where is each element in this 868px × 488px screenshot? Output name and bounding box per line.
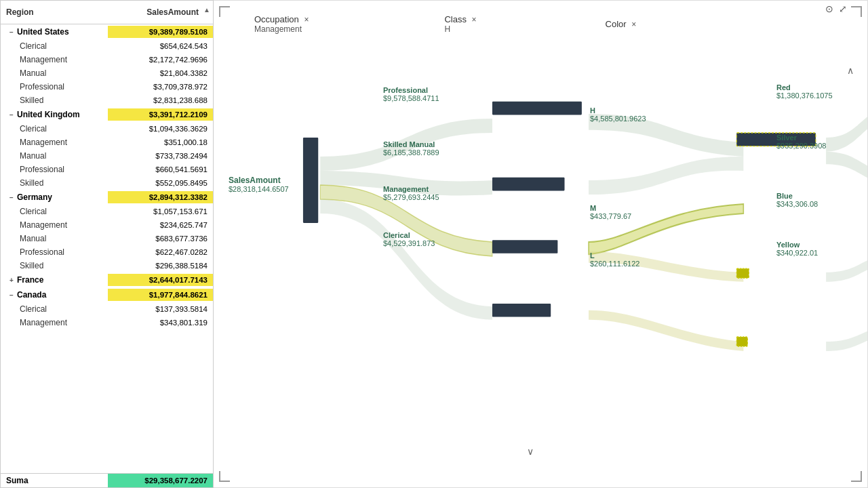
country-sales: $2,894,312.3382 [108, 191, 213, 203]
col-header-region: Region [1, 5, 106, 20]
svg-rect-0 [303, 138, 318, 223]
node-management: Management $5,279,693.2445 [383, 185, 439, 201]
sub-sales: $351,000.18 [108, 136, 213, 148]
sub-name: Manual [20, 68, 46, 78]
svg-rect-3 [492, 240, 557, 253]
filter-occupation-value: Management [254, 24, 309, 34]
sub-name: Clerical [20, 207, 47, 216]
node-silver: Silver $935,290.3908 [776, 134, 826, 150]
sub-sales: $296,388.5184 [108, 260, 213, 272]
sub-row: Skilled $552,095.8495 [1, 176, 213, 190]
sub-name: Professional [20, 82, 64, 92]
expand-collapse-icon[interactable]: + [6, 274, 17, 285]
country-row[interactable]: − Canada $1,977,844.8621 [1, 287, 213, 302]
sub-row: Clerical $137,393.5814 [1, 302, 213, 316]
sub-name: Skilled [20, 96, 43, 105]
source-node-label: SalesAmount $28,318,144.6507 [229, 176, 289, 193]
country-sales: $2,644,017.7143 [108, 274, 213, 286]
filter-class-close[interactable]: × [472, 15, 477, 24]
table-panel: Region SalesAmount ▲ − United States $9,… [0, 0, 214, 488]
sub-row: Clerical $654,624.543 [1, 39, 213, 53]
filter-color-close[interactable]: × [631, 20, 636, 29]
sub-sales: $21,804.3382 [108, 67, 213, 79]
filter-class-value: H [444, 24, 476, 34]
sankey-svg [214, 62, 867, 460]
sub-sales: $660,541.5691 [108, 163, 213, 176]
country-row[interactable]: − United Kingdom $3,391,712.2109 [1, 107, 213, 122]
node-l: L $260,111.6122 [590, 251, 639, 268]
sub-row: Management $2,172,742.9696 [1, 53, 213, 66]
sub-row: Management $351,000.18 [1, 136, 213, 149]
scroll-down-button[interactable]: ∨ [527, 446, 534, 457]
country-row[interactable]: − United States $9,389,789.5108 [1, 24, 213, 39]
expand-icon[interactable]: ⤢ [839, 3, 847, 14]
country-name: United Kingdom [17, 110, 80, 119]
sub-name: Clerical [20, 124, 47, 134]
filter-row: Occupation × Management Class × H Color … [254, 14, 636, 34]
country-row[interactable]: + France $2,644,017.7143 [1, 272, 213, 287]
sub-row: Management $234,625.747 [1, 218, 213, 232]
sankey-panel: ⊙ ⤢ Occupation × Management Class × H [214, 0, 868, 488]
suma-value: $29,358,677.2207 [144, 476, 208, 485]
sub-sales: $683,677.3736 [108, 232, 213, 245]
sub-sales: $343,801.319 [108, 317, 213, 329]
filter-class-label: Class [444, 14, 467, 24]
expand-collapse-icon[interactable]: − [6, 109, 17, 120]
col-header-sales: SalesAmount [106, 5, 204, 20]
node-m: M $433,779.67 [590, 204, 631, 220]
sub-name: Professional [20, 247, 64, 257]
filter-color: Color × [606, 14, 637, 34]
expand-collapse-icon[interactable]: − [6, 289, 17, 300]
sub-name: Skilled [20, 261, 43, 270]
svg-rect-1 [492, 102, 582, 115]
sub-sales: $654,624.543 [108, 40, 213, 52]
svg-rect-9 [736, 337, 747, 346]
sub-sales: $3,709,378.972 [108, 81, 213, 93]
node-skilled-manual: Skilled Manual $6,185,388.7889 [383, 140, 439, 157]
sub-sales: $2,831,238.688 [108, 94, 213, 106]
expand-collapse-icon[interactable]: − [6, 192, 17, 203]
toolbar: ⊙ ⤢ [825, 3, 847, 14]
node-red: Red $1,380,376.1075 [776, 83, 833, 100]
sub-row: Clerical $1,094,336.3629 [1, 122, 213, 136]
sub-row: Professional $660,541.5691 [1, 163, 213, 176]
sub-sales: $137,393.5814 [108, 303, 213, 315]
node-h: H $4,585,801.9623 [590, 106, 646, 123]
sub-row: Manual $21,804.3382 [1, 66, 213, 80]
sub-row: Management $343,801.319 [1, 316, 213, 329]
sankey-diagram-area: SalesAmount $28,318,144.6507 Professiona… [214, 62, 867, 460]
sub-name: Manual [20, 151, 46, 161]
sub-sales: $622,467.0282 [108, 246, 213, 258]
corner-br [851, 471, 862, 482]
sort-icon[interactable]: ▲ [203, 6, 210, 14]
svg-rect-2 [492, 178, 565, 191]
filter-class: Class × H [444, 14, 476, 34]
sub-name: Clerical [20, 304, 47, 314]
country-row[interactable]: − Germany $2,894,312.3382 [1, 190, 213, 205]
sub-name: Management [20, 138, 67, 147]
country-sales: $3,391,712.2109 [108, 108, 213, 121]
focus-icon[interactable]: ⊙ [825, 3, 833, 14]
sub-name: Management [20, 318, 67, 327]
expand-collapse-icon[interactable]: − [6, 26, 17, 37]
corner-bl [219, 471, 230, 482]
suma-label: Suma [6, 476, 28, 485]
sub-name: Skilled [20, 178, 43, 188]
node-professional: Professional $9,578,588.4711 [383, 86, 439, 102]
node-clerical: Clerical $4,529,391.873 [383, 231, 435, 247]
sub-row: Skilled $296,388.5184 [1, 259, 213, 272]
sub-row: Clerical $1,057,153.671 [1, 205, 213, 218]
filter-color-label: Color [606, 19, 627, 29]
country-sales: $1,977,844.8621 [108, 289, 213, 301]
suma-row: Suma $29,358,677.2207 [1, 473, 213, 487]
corner-tr [851, 6, 862, 17]
svg-rect-4 [492, 304, 551, 317]
filter-occupation-close[interactable]: × [304, 15, 309, 24]
corner-tl [219, 6, 230, 17]
svg-rect-7 [736, 268, 749, 278]
sub-row: Professional $622,467.0282 [1, 245, 213, 259]
sub-row: Manual $733,738.2494 [1, 149, 213, 163]
country-sales: $9,389,789.5108 [108, 26, 213, 38]
sub-sales: $733,738.2494 [108, 150, 213, 162]
sub-name: Management [20, 220, 67, 230]
